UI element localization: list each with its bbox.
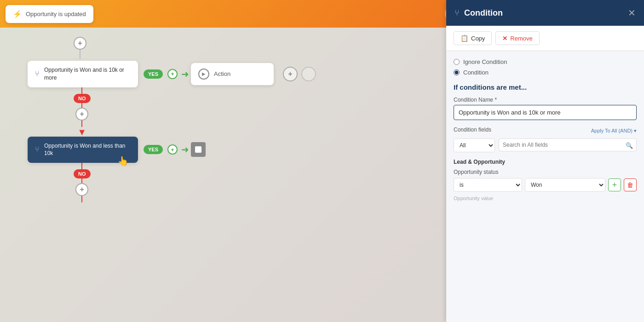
action-play-icon: ▶ (198, 69, 209, 80)
arrow-right-2: ➜ (181, 144, 189, 155)
flow-container: + ⑂ Opportunity is Won and is 10k or mor… (0, 28, 446, 212)
opp-value-label: Opportunity value (454, 196, 637, 201)
stop-icon (195, 146, 201, 153)
action-node[interactable]: ▶ Action (191, 63, 274, 85)
condition-fields-header: Condition fields Apply To All (AND) ▾ (454, 126, 637, 135)
add-node-top-button[interactable]: + (74, 37, 86, 50)
apply-to-all-label: Apply To All (AND) (591, 128, 632, 133)
search-row: All 🔍 (454, 138, 637, 152)
vline-red2 (81, 103, 82, 108)
remove-label: Remove (510, 35, 532, 42)
yes-badge-2: YES (144, 145, 163, 154)
add-no-button2[interactable]: + (75, 183, 88, 196)
no-branch2: NO + (74, 163, 91, 202)
no-branch1: NO + ▼ (74, 87, 91, 138)
lightning-icon: ⚡ (13, 10, 22, 18)
value-select[interactable]: Won Lost Open (525, 178, 605, 192)
subsection-label: Lead & Opportunity (454, 159, 637, 165)
condition1-text: Opportunity is Won and is 10k or more (44, 66, 131, 82)
panel-title: Condition (464, 8, 623, 18)
search-fields-input[interactable] (499, 138, 637, 151)
ignore-condition-label: Ignore Condition (463, 58, 507, 65)
operator-select[interactable]: is is not (454, 178, 522, 192)
vline-red4 (81, 163, 82, 169)
add-after-yes2-button[interactable]: + (167, 144, 178, 155)
apply-to-all-link[interactable]: Apply To All (AND) ▾ (591, 128, 637, 134)
if-conditions-title: If conditions are met... (454, 83, 637, 91)
no-badge-2: NO (74, 169, 91, 178)
arrow-right-1: ➜ (181, 69, 189, 80)
workflow-canvas: + ⑂ Opportunity is Won and is 10k or mor… (0, 28, 446, 322)
right-panel: ⑂ Condition ✕ 📋 Copy ✕ Remove Ignore Con… (446, 0, 644, 322)
add-branch1-button[interactable]: + (283, 67, 298, 81)
delete-condition-button[interactable]: 🗑 (624, 178, 637, 191)
vline-red5 (81, 178, 82, 183)
ignore-condition-radio[interactable]: Ignore Condition (454, 58, 637, 65)
condition-input[interactable] (454, 69, 460, 75)
add-condition-button[interactable]: + (608, 178, 621, 191)
condition-row: is is not Won Lost Open + 🗑 (454, 178, 637, 192)
copy-label: Copy (471, 35, 485, 42)
connector-v1 (80, 50, 80, 59)
condition-radio-label: Condition (463, 69, 489, 76)
vline-red6 (81, 196, 82, 202)
remove-button[interactable]: ✕ Remove (495, 31, 539, 45)
ignore-condition-input[interactable] (454, 59, 460, 65)
add-after-yes1-button[interactable]: + (167, 69, 178, 79)
x-icon: ✕ (502, 35, 507, 42)
condition1-row: ⑂ Opportunity is Won and is 10k or more … (28, 61, 316, 87)
cursor-hand: 👆 (117, 155, 129, 167)
branch-icon: ⑂ (35, 70, 40, 78)
search-wrap: 🔍 (499, 138, 637, 152)
panel-branch-icon: ⑂ (454, 8, 460, 18)
panel-close-button[interactable]: ✕ (628, 8, 636, 17)
stop-node (191, 142, 206, 157)
trigger-label: Opportunity is updated (26, 11, 86, 17)
condition1-node[interactable]: ⑂ Opportunity is Won and is 10k or more (28, 61, 138, 87)
copy-button[interactable]: 📋 Copy (454, 31, 492, 45)
vline-red3 (81, 121, 82, 127)
panel-header: ⑂ Condition ✕ (446, 0, 644, 26)
yes-badge-1: YES (144, 69, 163, 79)
panel-body: Ignore Condition Condition If conditions… (446, 51, 644, 322)
opp-status-label: Opportunity status (454, 169, 637, 175)
radio-group: Ignore Condition Condition (454, 58, 637, 76)
condition-name-input[interactable] (454, 105, 637, 120)
branch-icon-2: ⑂ (35, 145, 40, 154)
vline-red1 (81, 87, 82, 94)
add-after-action-button[interactable] (301, 67, 316, 81)
copy-icon: 📋 (460, 34, 468, 42)
condition-fields-label: Condition fields (454, 126, 491, 133)
arrow-down1: ▼ (77, 127, 86, 138)
condition2-row: ⑂ Opportunity is Won and less than 10k 👆… (28, 137, 206, 163)
add-no-button1[interactable]: + (75, 108, 88, 121)
no-badge-1: NO (74, 94, 91, 103)
condition-name-label: Condition Name * (454, 97, 637, 103)
chevron-down-icon: ▾ (634, 128, 637, 134)
trigger-node[interactable]: ⚡ Opportunity is updated (6, 5, 93, 23)
search-icon[interactable]: 🔍 (626, 142, 633, 149)
condition2-node[interactable]: ⑂ Opportunity is Won and less than 10k 👆 (28, 137, 138, 163)
panel-toolbar: 📋 Copy ✕ Remove (446, 26, 644, 51)
condition-radio[interactable]: Condition (454, 69, 637, 76)
action-text: Action (214, 70, 230, 77)
all-fields-select[interactable]: All (454, 138, 495, 152)
condition2-text: Opportunity is Won and less than 10k (44, 142, 131, 158)
